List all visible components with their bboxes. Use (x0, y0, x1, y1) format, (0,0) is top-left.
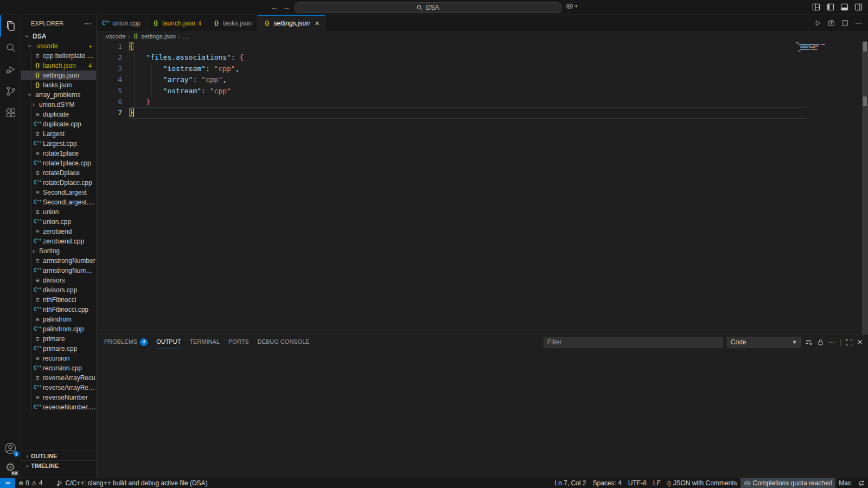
tree-item-rotatedplace-cpp[interactable]: C++rotateDplace.cpp (21, 178, 96, 188)
activity-explorer[interactable] (0, 15, 21, 37)
split-editor-icon[interactable] (841, 20, 848, 27)
tab-settings.json[interactable]: {}settings.json✕ (258, 15, 326, 31)
tree-item-recursion[interactable]: ≡recursion (21, 354, 96, 363)
tree-item-launch-json[interactable]: {}launch.json4 (21, 61, 96, 70)
activity-run-debug[interactable] (0, 59, 21, 80)
history-back-icon[interactable]: ← (269, 3, 280, 11)
activity-extensions[interactable] (0, 102, 21, 124)
run-button[interactable] (814, 20, 821, 27)
cpp-build-task[interactable]: C/C++: clang++ build and debug active fi… (53, 478, 210, 488)
status-json-with-comments[interactable]: {}JSON with Comments (664, 478, 741, 488)
tree-item-zerotoend[interactable]: ≡zerotoend (21, 227, 96, 236)
panel-tab-terminal[interactable]: TERMINAL (189, 336, 220, 349)
tree-item-divisors[interactable]: ≡divisors (21, 275, 96, 285)
tree-item-largest[interactable]: ≡Largest (21, 129, 96, 139)
status-spaces-4[interactable]: Spaces: 4 (589, 478, 624, 488)
toggle-secondary-sidebar-icon[interactable] (854, 3, 863, 11)
tree-item-union-dsym[interactable]: ›union.dSYM (21, 100, 96, 110)
tree-item-divisors-cpp[interactable]: C++divisors.cpp (21, 285, 96, 295)
problems-status[interactable]: ⊗ 0 ⚠ 4 (15, 478, 46, 488)
section-outline[interactable]: ›OUTLINE (21, 451, 96, 460)
status-completions-quota-reached[interactable]: Completions quota reached (741, 478, 836, 488)
breadcrumb[interactable]: .vscode›{}settings.json›… (97, 31, 868, 41)
tree-item-cpp-boilerplate-co-[interactable]: ≡cpp boilerplate.co… (21, 51, 96, 61)
scrollbar-thumb[interactable] (863, 42, 867, 52)
remote-indicator[interactable]: >< (0, 478, 15, 488)
tree-item-reversearrayrecu-cpp[interactable]: C++reverseArrayRecu.cpp (21, 383, 96, 393)
panel-more-actions-icon[interactable]: ⋯ (828, 338, 835, 346)
scrollbar-thumb[interactable] (863, 97, 867, 106)
status-ln-7-col-2[interactable]: Ln 7, Col 2 (551, 478, 589, 488)
code-line-6[interactable]: 6 } (97, 97, 868, 107)
toggle-primary-sidebar-icon[interactable] (826, 3, 834, 11)
tree-item-palindrom[interactable]: ≡palindrom (21, 314, 96, 324)
tree-item-reversearrayrecu[interactable]: ≡reverseArrayRecu (21, 373, 96, 383)
status-mac[interactable]: Mac (835, 478, 854, 488)
tree-item-sorting[interactable]: ›Sorting (21, 246, 96, 256)
panel-tab-debug-console[interactable]: DEBUG CONSOLE (258, 336, 310, 349)
explorer-more-actions[interactable]: ⋯ (84, 20, 92, 28)
clear-output-icon[interactable] (805, 338, 813, 346)
panel-tab-problems[interactable]: PROBLEMS4 (104, 336, 148, 349)
copilot-menu[interactable]: ▾ (566, 3, 577, 9)
status-lf[interactable]: LF (650, 478, 664, 488)
tree-item-settings-json[interactable]: {}settings.json (21, 70, 96, 80)
code-line-5[interactable]: 5 "ostream": "cpp" (97, 86, 868, 97)
tree-item-rotate1place[interactable]: ≡rotate1place (21, 149, 96, 158)
tree-item-secondlargest[interactable]: ≡SecondLargest (21, 188, 96, 197)
tree-item-nthfibnocci[interactable]: ≡nthFibnocci (21, 295, 96, 305)
tree-item-duplicate[interactable]: ≡duplicate (21, 110, 96, 119)
history-forward-icon[interactable]: → (281, 3, 292, 11)
output-source-select[interactable]: Code ▼ (727, 337, 801, 348)
tree-item-armstrongnumber-c-[interactable]: C++armstrongNumber.c… (21, 266, 96, 275)
tree-item-primare[interactable]: ≡primare (21, 334, 96, 344)
code-line-4[interactable]: 4 "array": "cpp", (97, 74, 868, 85)
panel-tab-ports[interactable]: PORTS (228, 336, 249, 349)
more-actions-icon[interactable]: ⋯ (855, 19, 863, 27)
code-line-7[interactable]: 7} (97, 107, 868, 118)
tree-item-largest-cpp[interactable]: C++Largest.cpp (21, 139, 96, 149)
output-filter-input[interactable] (544, 337, 723, 348)
lock-icon[interactable] (817, 338, 824, 346)
tree-item-dsa[interactable]: ›DSA (21, 31, 96, 41)
tree-item-tasks-json[interactable]: {}tasks.json (21, 80, 96, 90)
tree-item-rotate1place-cpp[interactable]: C++rotate1place.cpp (21, 158, 96, 168)
code-line-2[interactable]: 2 "files.associations": { (97, 52, 868, 63)
tree-item-reversenumber[interactable]: ≡reverseNumber (21, 393, 96, 402)
close-panel-icon[interactable]: ✕ (857, 338, 863, 346)
activity-search[interactable] (0, 37, 21, 59)
tree-item-array-problems[interactable]: ›array_problems (21, 90, 96, 100)
tab-union.cpp[interactable]: C++union.cpp (97, 15, 146, 31)
code-line-1[interactable]: 1{ (97, 41, 868, 52)
status-utf-8[interactable]: UTF-8 (625, 478, 650, 488)
tab-launch.json[interactable]: {}launch.json4 (146, 15, 207, 31)
open-changes-icon[interactable] (828, 20, 835, 27)
status-bell[interactable] (854, 478, 868, 488)
command-center-search[interactable]: DSA (295, 2, 561, 13)
minimap[interactable] (796, 42, 834, 52)
tree-item-armstrongnumber[interactable]: ≡armstrongNumber (21, 256, 96, 266)
tree-item-reversenumber-cpp[interactable]: C++reverseNumber.cpp (21, 402, 96, 412)
panel-tab-output[interactable]: OUTPUT (156, 336, 181, 349)
accounts-button[interactable]: 1 (4, 442, 17, 455)
editor-scrollbar[interactable] (862, 41, 868, 335)
code-line-3[interactable]: 3 "iostream": "cpp", (97, 63, 868, 74)
tree-item--vscode[interactable]: ›.vscode● (21, 41, 96, 51)
toggle-panel-icon[interactable] (840, 3, 848, 11)
manage-button[interactable]: ⚙ KA (5, 461, 16, 473)
tree-item-union-cpp[interactable]: C++union.cpp (21, 217, 96, 227)
tree-item-primare-cpp[interactable]: C++primare.cpp (21, 344, 96, 354)
code-editor[interactable]: 1{2 "files.associations": {3 "iostream":… (97, 41, 868, 335)
section-timeline[interactable]: ›TIMELINE (21, 460, 96, 470)
activity-source-control[interactable] (0, 80, 21, 102)
breadcrumb-item[interactable]: .vscode (104, 33, 126, 40)
breadcrumb-item[interactable]: {}settings.json (132, 33, 176, 40)
tree-item-palindrom-cpp[interactable]: C++palindrom.cpp (21, 324, 96, 334)
customize-layout-icon[interactable] (812, 3, 820, 11)
tree-item-recursion-cpp[interactable]: C++recursion.cpp (21, 363, 96, 373)
tree-item-nthfibnocci-cpp[interactable]: C++nthFibnocci.cpp (21, 305, 96, 314)
tree-item-rotatedplace[interactable]: ≡rotateDplace (21, 168, 96, 178)
tree-item-duplicate-cpp[interactable]: C++duplicate.cpp (21, 119, 96, 129)
tree-item-union[interactable]: ≡union (21, 207, 96, 217)
tree-item-zerotoend-cpp[interactable]: C++zerotoend.cpp (21, 236, 96, 246)
